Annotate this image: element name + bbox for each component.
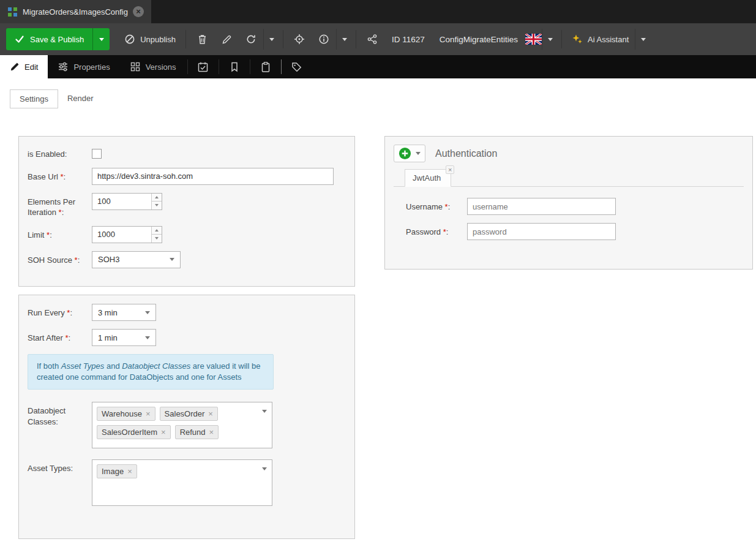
uk-flag-icon (525, 34, 542, 45)
start-after-label: Start After *: (28, 329, 92, 344)
unpublish-button[interactable]: Unpublish (118, 29, 182, 50)
username-input[interactable] (467, 198, 616, 215)
reload-button[interactable] (239, 29, 263, 50)
content-area: Settings Render is Enabled: Base Url *: … (0, 78, 756, 547)
language-selector[interactable] (525, 29, 558, 50)
auth-tab-jwtauth[interactable]: JwtAuth × (405, 169, 451, 187)
soh-source-label: SOH Source *: (28, 251, 92, 266)
remove-tag-icon[interactable]: × (127, 467, 132, 476)
base-url-label: Base Url *: (28, 168, 92, 183)
remove-tag-icon[interactable]: × (146, 409, 151, 418)
tag-item: Warehouse× (97, 407, 155, 421)
dataobject-classes-label: Dataobject Classes: (28, 402, 92, 427)
close-auth-tab-icon[interactable]: × (446, 165, 454, 174)
is-enabled-checkbox[interactable] (92, 149, 102, 159)
sliders-icon (58, 61, 69, 72)
tag-icon (291, 61, 302, 73)
window-tab[interactable]: MigrateOrders&ImagesConfig × (0, 0, 151, 23)
target-icon (294, 34, 305, 45)
delete-button[interactable] (190, 29, 214, 50)
ai-assistant-label: Ai Assistant (588, 35, 629, 44)
share-button[interactable] (360, 29, 384, 50)
base-url-input[interactable] (92, 168, 334, 185)
authentication-title: Authentication (435, 148, 497, 159)
limit-label: Limit *: (28, 226, 92, 241)
unpublish-label: Unpublish (140, 35, 176, 44)
run-every-label: Run Every *: (28, 304, 92, 319)
sub-tab-bar: Settings Render (10, 89, 103, 108)
object-class-text: ConfigMigrateEntities (432, 35, 525, 44)
number-spinner (151, 227, 162, 243)
reload-icon (245, 34, 256, 45)
password-input[interactable] (467, 223, 616, 240)
unpublish-icon (124, 34, 135, 45)
run-every-value: 3 min (98, 308, 118, 317)
tab-render[interactable]: Render (58, 89, 103, 108)
ai-assistant-button[interactable]: Ai Assistant (566, 29, 635, 50)
chevron-down-icon (262, 467, 267, 470)
object-id-text: ID 11627 (384, 35, 432, 44)
tab-tags[interactable] (283, 55, 311, 78)
save-publish-button[interactable]: Save & Publish (6, 28, 92, 50)
tab-edit[interactable]: Edit (0, 55, 48, 78)
tab-versions[interactable]: Versions (120, 55, 186, 78)
object-icon (7, 7, 18, 17)
info-dropdown[interactable] (336, 29, 352, 50)
info-button[interactable] (312, 29, 336, 50)
tab-bookmarks[interactable] (220, 55, 249, 78)
edit-pencil-icon (10, 62, 20, 72)
save-publish-dropdown[interactable] (92, 28, 110, 50)
reload-dropdown[interactable] (263, 29, 279, 50)
check-icon (15, 34, 24, 44)
info-icon (318, 34, 329, 45)
dataobject-classes-multiselect[interactable]: Warehouse× SalesOrder× SalesOrderItem× R… (92, 402, 272, 448)
soh-source-select[interactable]: SOH3 (92, 251, 181, 268)
chevron-down-icon (145, 311, 150, 314)
start-after-select[interactable]: 1 min (92, 329, 156, 346)
tag-item: Refund× (175, 425, 219, 439)
is-enabled-label: is Enabled: (28, 145, 92, 160)
auth-tab-bar: JwtAuth × (394, 168, 744, 187)
tab-notes[interactable] (252, 55, 280, 78)
clipboard-icon (260, 61, 271, 73)
add-auth-button[interactable] (394, 145, 425, 162)
spinner-up-icon[interactable] (152, 194, 162, 202)
chevron-down-icon[interactable] (416, 152, 421, 155)
tab-properties[interactable]: Properties (48, 55, 119, 78)
spinner-down-icon[interactable] (152, 202, 162, 209)
remove-tag-icon[interactable]: × (208, 409, 213, 418)
remove-tag-icon[interactable]: × (209, 428, 214, 437)
tab-separator (281, 59, 282, 74)
soh-source-value: SOH3 (98, 255, 119, 264)
rename-button[interactable] (214, 29, 239, 50)
tab-settings[interactable]: Settings (10, 89, 58, 108)
tab-scheduled-tasks[interactable] (189, 55, 217, 78)
toolbar: Save & Publish Unpublish ID 11627 Config… (0, 23, 756, 55)
general-settings-panel: is Enabled: Base Url *: Elements Per Ite… (18, 136, 355, 287)
spinner-down-icon[interactable] (152, 235, 162, 243)
close-tab-icon[interactable]: × (133, 6, 144, 17)
language-dropdown[interactable] (542, 29, 558, 50)
tab-properties-label: Properties (73, 62, 110, 72)
tag-item: Image× (97, 464, 137, 478)
share-icon (367, 34, 378, 45)
tab-edit-label: Edit (24, 62, 38, 72)
plus-circle-icon (399, 147, 411, 160)
username-label: Username *: (406, 198, 467, 213)
spinner-up-icon[interactable] (152, 227, 162, 235)
window-tab-bar: MigrateOrders&ImagesConfig × (0, 0, 756, 23)
remove-tag-icon[interactable]: × (161, 428, 166, 437)
sparkles-icon (572, 34, 583, 45)
start-after-value: 1 min (98, 333, 118, 342)
versions-grid-icon (130, 61, 141, 72)
run-every-select[interactable]: 3 min (92, 304, 156, 321)
toolbar-separator (283, 30, 283, 48)
pencil-icon (222, 34, 232, 45)
chevron-down-icon (145, 336, 150, 339)
toolbar-separator (356, 30, 356, 48)
locate-in-tree-button[interactable] (287, 29, 312, 50)
ai-assistant-dropdown[interactable] (635, 29, 651, 50)
asset-types-multiselect[interactable]: Image× (92, 459, 272, 506)
save-publish-label: Save & Publish (30, 35, 84, 44)
trash-icon (197, 34, 208, 45)
